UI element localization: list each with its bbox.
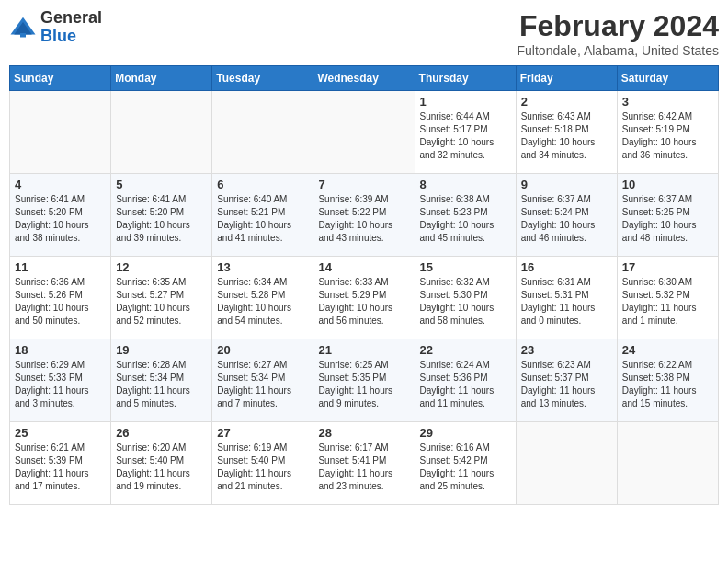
day-cell [516, 422, 617, 505]
day-cell [111, 91, 212, 174]
header-cell-thursday: Thursday [415, 66, 516, 91]
day-cell: 8Sunrise: 6:38 AM Sunset: 5:23 PM Daylig… [415, 174, 516, 257]
day-cell: 4Sunrise: 6:41 AM Sunset: 5:20 PM Daylig… [10, 174, 111, 257]
day-info: Sunrise: 6:24 AM Sunset: 5:36 PM Dayligh… [420, 359, 511, 410]
day-cell: 17Sunrise: 6:30 AM Sunset: 5:32 PM Dayli… [617, 257, 718, 339]
day-number: 16 [521, 260, 612, 274]
day-cell: 10Sunrise: 6:37 AM Sunset: 5:25 PM Dayli… [617, 174, 718, 257]
day-info: Sunrise: 6:41 AM Sunset: 5:20 PM Dayligh… [15, 193, 106, 245]
title-block: February 2024 Fultondale, Alabama, Unite… [518, 9, 719, 58]
day-info: Sunrise: 6:40 AM Sunset: 5:21 PM Dayligh… [217, 193, 308, 245]
logo-text: General Blue [40, 9, 102, 46]
day-number: 9 [521, 178, 612, 191]
day-info: Sunrise: 6:39 AM Sunset: 5:22 PM Dayligh… [318, 193, 409, 245]
day-number: 11 [15, 260, 106, 274]
day-info: Sunrise: 6:17 AM Sunset: 5:41 PM Dayligh… [318, 442, 409, 493]
week-row-3: 11Sunrise: 6:36 AM Sunset: 5:26 PM Dayli… [10, 257, 719, 339]
day-number: 21 [318, 343, 409, 357]
day-number: 29 [420, 426, 511, 440]
day-number: 14 [318, 260, 409, 274]
svg-rect-2 [20, 33, 26, 38]
header-row: SundayMondayTuesdayWednesdayThursdayFrid… [10, 66, 719, 91]
day-cell: 22Sunrise: 6:24 AM Sunset: 5:36 PM Dayli… [415, 339, 516, 422]
day-number: 23 [521, 343, 612, 357]
day-cell: 15Sunrise: 6:32 AM Sunset: 5:30 PM Dayli… [415, 257, 516, 339]
day-number: 17 [622, 260, 713, 274]
header-cell-wednesday: Wednesday [313, 66, 415, 91]
day-cell: 5Sunrise: 6:41 AM Sunset: 5:20 PM Daylig… [111, 174, 212, 257]
day-info: Sunrise: 6:41 AM Sunset: 5:20 PM Dayligh… [116, 193, 207, 245]
month-title: February 2024 [518, 9, 719, 43]
day-info: Sunrise: 6:23 AM Sunset: 5:37 PM Dayligh… [521, 359, 612, 410]
day-number: 24 [622, 343, 713, 357]
day-cell: 28Sunrise: 6:17 AM Sunset: 5:41 PM Dayli… [313, 422, 415, 505]
day-number: 20 [217, 343, 308, 357]
day-number: 6 [217, 178, 308, 191]
logo: General Blue [9, 9, 102, 46]
header-cell-saturday: Saturday [617, 66, 718, 91]
day-info: Sunrise: 6:30 AM Sunset: 5:32 PM Dayligh… [622, 276, 713, 327]
day-cell: 6Sunrise: 6:40 AM Sunset: 5:21 PM Daylig… [212, 174, 313, 257]
header-cell-friday: Friday [516, 66, 617, 91]
calendar-table: SundayMondayTuesdayWednesdayThursdayFrid… [9, 65, 719, 505]
day-info: Sunrise: 6:25 AM Sunset: 5:35 PM Dayligh… [318, 359, 409, 410]
day-cell: 1Sunrise: 6:44 AM Sunset: 5:17 PM Daylig… [415, 91, 516, 174]
day-cell [617, 422, 718, 505]
logo-icon [9, 14, 37, 41]
day-info: Sunrise: 6:31 AM Sunset: 5:31 PM Dayligh… [521, 276, 612, 327]
day-number: 1 [420, 95, 511, 109]
day-info: Sunrise: 6:35 AM Sunset: 5:27 PM Dayligh… [116, 276, 207, 327]
calendar-header: SundayMondayTuesdayWednesdayThursdayFrid… [10, 66, 719, 91]
day-info: Sunrise: 6:44 AM Sunset: 5:17 PM Dayligh… [420, 110, 511, 162]
day-cell: 24Sunrise: 6:22 AM Sunset: 5:38 PM Dayli… [617, 339, 718, 422]
day-number: 7 [318, 178, 409, 191]
day-cell: 26Sunrise: 6:20 AM Sunset: 5:40 PM Dayli… [111, 422, 212, 505]
day-number: 28 [318, 426, 409, 440]
day-cell [313, 91, 415, 174]
day-info: Sunrise: 6:38 AM Sunset: 5:23 PM Dayligh… [420, 193, 511, 245]
day-cell: 23Sunrise: 6:23 AM Sunset: 5:37 PM Dayli… [516, 339, 617, 422]
day-info: Sunrise: 6:33 AM Sunset: 5:29 PM Dayligh… [318, 276, 409, 327]
day-cell: 27Sunrise: 6:19 AM Sunset: 5:40 PM Dayli… [212, 422, 313, 505]
day-number: 3 [622, 95, 713, 109]
day-info: Sunrise: 6:37 AM Sunset: 5:24 PM Dayligh… [521, 193, 612, 245]
day-info: Sunrise: 6:43 AM Sunset: 5:18 PM Dayligh… [521, 110, 612, 162]
day-number: 18 [15, 343, 106, 357]
day-info: Sunrise: 6:28 AM Sunset: 5:34 PM Dayligh… [116, 359, 207, 410]
week-row-1: 1Sunrise: 6:44 AM Sunset: 5:17 PM Daylig… [10, 91, 719, 174]
day-info: Sunrise: 6:34 AM Sunset: 5:28 PM Dayligh… [217, 276, 308, 327]
day-cell: 13Sunrise: 6:34 AM Sunset: 5:28 PM Dayli… [212, 257, 313, 339]
day-number: 12 [116, 260, 207, 274]
day-number: 26 [116, 426, 207, 440]
day-cell: 16Sunrise: 6:31 AM Sunset: 5:31 PM Dayli… [516, 257, 617, 339]
day-info: Sunrise: 6:29 AM Sunset: 5:33 PM Dayligh… [15, 359, 106, 410]
day-number: 22 [420, 343, 511, 357]
calendar-body: 1Sunrise: 6:44 AM Sunset: 5:17 PM Daylig… [10, 91, 719, 505]
day-info: Sunrise: 6:36 AM Sunset: 5:26 PM Dayligh… [15, 276, 106, 327]
day-info: Sunrise: 6:32 AM Sunset: 5:30 PM Dayligh… [420, 276, 511, 327]
day-cell: 11Sunrise: 6:36 AM Sunset: 5:26 PM Dayli… [10, 257, 111, 339]
day-cell: 12Sunrise: 6:35 AM Sunset: 5:27 PM Dayli… [111, 257, 212, 339]
day-info: Sunrise: 6:20 AM Sunset: 5:40 PM Dayligh… [116, 442, 207, 493]
week-row-2: 4Sunrise: 6:41 AM Sunset: 5:20 PM Daylig… [10, 174, 719, 257]
day-cell: 19Sunrise: 6:28 AM Sunset: 5:34 PM Dayli… [111, 339, 212, 422]
week-row-5: 25Sunrise: 6:21 AM Sunset: 5:39 PM Dayli… [10, 422, 719, 505]
day-cell: 29Sunrise: 6:16 AM Sunset: 5:42 PM Dayli… [415, 422, 516, 505]
day-number: 10 [622, 178, 713, 191]
day-number: 8 [420, 178, 511, 191]
header-cell-sunday: Sunday [10, 66, 111, 91]
header: General Blue February 2024 Fultondale, A… [9, 9, 719, 58]
day-cell: 7Sunrise: 6:39 AM Sunset: 5:22 PM Daylig… [313, 174, 415, 257]
week-row-4: 18Sunrise: 6:29 AM Sunset: 5:33 PM Dayli… [10, 339, 719, 422]
day-number: 25 [15, 426, 106, 440]
day-number: 15 [420, 260, 511, 274]
day-info: Sunrise: 6:19 AM Sunset: 5:40 PM Dayligh… [217, 442, 308, 493]
day-cell: 20Sunrise: 6:27 AM Sunset: 5:34 PM Dayli… [212, 339, 313, 422]
location-title: Fultondale, Alabama, United States [518, 43, 719, 58]
header-cell-monday: Monday [111, 66, 212, 91]
day-cell: 2Sunrise: 6:43 AM Sunset: 5:18 PM Daylig… [516, 91, 617, 174]
day-cell: 21Sunrise: 6:25 AM Sunset: 5:35 PM Dayli… [313, 339, 415, 422]
day-number: 19 [116, 343, 207, 357]
day-cell: 9Sunrise: 6:37 AM Sunset: 5:24 PM Daylig… [516, 174, 617, 257]
day-info: Sunrise: 6:21 AM Sunset: 5:39 PM Dayligh… [15, 442, 106, 493]
